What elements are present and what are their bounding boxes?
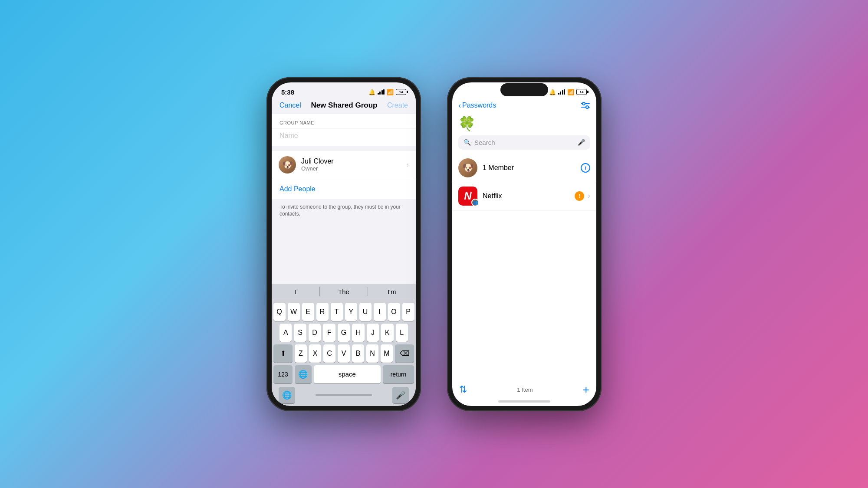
- autocomplete-i[interactable]: I: [272, 284, 320, 300]
- item-count: 1 Item: [517, 386, 533, 393]
- member-avatar: 🐶: [458, 158, 477, 177]
- num-key[interactable]: 123: [273, 365, 293, 383]
- netflix-info: Netflix: [483, 192, 569, 200]
- emoji-key[interactable]: 🌐: [295, 365, 312, 383]
- key-p[interactable]: P: [402, 303, 414, 321]
- key-w[interactable]: W: [288, 303, 300, 321]
- key-d[interactable]: D: [309, 324, 321, 342]
- key-m[interactable]: M: [381, 344, 393, 363]
- search-icon: 🔍: [464, 139, 471, 146]
- right-wifi-icon: 📶: [567, 89, 574, 95]
- invite-note: To invite someone to the group, they mus…: [272, 199, 416, 224]
- member-info: 1 Member: [483, 164, 575, 172]
- backspace-key[interactable]: ⌫: [395, 344, 414, 363]
- filter-button[interactable]: [581, 102, 590, 109]
- key-c[interactable]: C: [323, 344, 335, 363]
- search-placeholder: Search: [474, 139, 574, 146]
- back-button[interactable]: ‹ Passwords: [458, 101, 496, 110]
- page-title: New Shared Group: [311, 101, 377, 110]
- key-b[interactable]: B: [352, 344, 364, 363]
- microphone-key[interactable]: 🎤: [392, 387, 409, 403]
- key-x[interactable]: X: [309, 344, 321, 363]
- key-v[interactable]: V: [338, 344, 350, 363]
- right-status-icons: 🔔 📶 14: [549, 89, 587, 95]
- globe-key[interactable]: 🌐: [279, 387, 295, 403]
- bottom-toolbar: ⇅ 1 Item +: [452, 383, 596, 396]
- key-g[interactable]: G: [338, 324, 350, 342]
- cancel-button[interactable]: Cancel: [279, 102, 301, 109]
- key-r[interactable]: R: [316, 303, 329, 321]
- key-e[interactable]: E: [302, 303, 314, 321]
- key-s[interactable]: S: [294, 324, 306, 342]
- search-bar[interactable]: 🔍 Search 🎤: [458, 135, 590, 150]
- battery-badge: 14: [396, 89, 406, 95]
- netflix-warning: ! ›: [575, 191, 590, 201]
- left-time: 5:38: [281, 88, 294, 96]
- autocomplete-im[interactable]: I'm: [368, 284, 416, 300]
- add-people-button[interactable]: Add People: [272, 179, 416, 199]
- contact-row[interactable]: 🐶 Juli Clover Owner ›: [272, 151, 416, 179]
- sort-button[interactable]: ⇅: [459, 384, 467, 395]
- clover-icon: 🍀: [452, 114, 596, 135]
- netflix-chevron-icon: ›: [588, 191, 590, 200]
- home-bar: [498, 400, 550, 403]
- form-section: GROUP NAME: [272, 114, 416, 146]
- contact-section: 🐶 Juli Clover Owner › Add People: [272, 151, 416, 199]
- key-k[interactable]: K: [381, 324, 393, 342]
- group-name-input[interactable]: [272, 128, 416, 146]
- shared-badge: 👥: [471, 199, 479, 206]
- autocomplete-bar: I The I'm: [272, 284, 416, 300]
- autocomplete-the[interactable]: The: [320, 284, 368, 300]
- group-name-label: GROUP NAME: [272, 114, 416, 128]
- contact-role: Owner: [301, 165, 334, 172]
- key-a[interactable]: A: [279, 324, 292, 342]
- key-j[interactable]: J: [367, 324, 379, 342]
- key-q[interactable]: Q: [273, 303, 286, 321]
- create-button[interactable]: Create: [387, 102, 408, 109]
- right-bell-icon: 🔔: [549, 89, 556, 95]
- key-n[interactable]: N: [366, 344, 378, 363]
- key-f[interactable]: F: [323, 324, 335, 342]
- contact-name: Juli Clover: [301, 157, 334, 165]
- avatar: 🐶: [279, 156, 296, 174]
- space-key[interactable]: space: [314, 365, 381, 383]
- members-list-item[interactable]: 🐶 1 Member i: [452, 154, 596, 182]
- wifi-icon: 📶: [387, 89, 394, 95]
- left-screen: 5:38 🔔 📶 14 Cancel New Shared Group Crea…: [272, 82, 416, 406]
- mic-icon[interactable]: 🎤: [578, 139, 585, 146]
- key-l[interactable]: L: [396, 324, 408, 342]
- dynamic-island: [500, 83, 548, 96]
- filter-icon: [581, 102, 590, 109]
- key-h[interactable]: H: [352, 324, 364, 342]
- netflix-name: Netflix: [483, 192, 502, 200]
- back-chevron-icon: ‹: [458, 101, 461, 110]
- add-button[interactable]: +: [583, 383, 589, 396]
- contact-info: Juli Clover Owner: [301, 157, 334, 172]
- right-phone: 5:39 🔔 📶 14 ‹ Passwords: [447, 77, 602, 411]
- key-t[interactable]: T: [331, 303, 343, 321]
- key-u[interactable]: U: [359, 303, 372, 321]
- svg-point-3: [586, 106, 589, 108]
- chevron-right-icon: ›: [407, 161, 409, 169]
- key-y[interactable]: Y: [345, 303, 357, 321]
- shift-key[interactable]: ⬆: [273, 344, 293, 363]
- bell-icon: 🔔: [368, 89, 375, 95]
- svg-point-1: [582, 102, 585, 105]
- key-z[interactable]: Z: [295, 344, 307, 363]
- key-i[interactable]: I: [374, 303, 386, 321]
- right-screen: 5:39 🔔 📶 14 ‹ Passwords: [452, 82, 596, 406]
- return-key[interactable]: return: [383, 365, 414, 383]
- info-circle-icon: i: [581, 163, 590, 173]
- left-phone: 5:38 🔔 📶 14 Cancel New Shared Group Crea…: [266, 77, 421, 411]
- key-o[interactable]: O: [388, 303, 400, 321]
- keyboard: I The I'm Q W E R T Y U: [272, 284, 416, 406]
- back-label: Passwords: [462, 102, 496, 109]
- netflix-list-item[interactable]: N 👥 Netflix ! ›: [452, 182, 596, 210]
- keyboard-row-2: A S D F G H J K L: [273, 324, 414, 342]
- member-info-button[interactable]: i: [581, 163, 590, 173]
- keyboard-row-3: ⬆ Z X C V B N M ⌫: [273, 344, 414, 363]
- left-status-bar: 5:38 🔔 📶 14: [272, 82, 416, 98]
- right-battery-badge: 14: [576, 89, 587, 95]
- keyboard-rows: Q W E R T Y U I O P A S D F G: [272, 300, 416, 385]
- passwords-nav: ‹ Passwords: [452, 98, 596, 114]
